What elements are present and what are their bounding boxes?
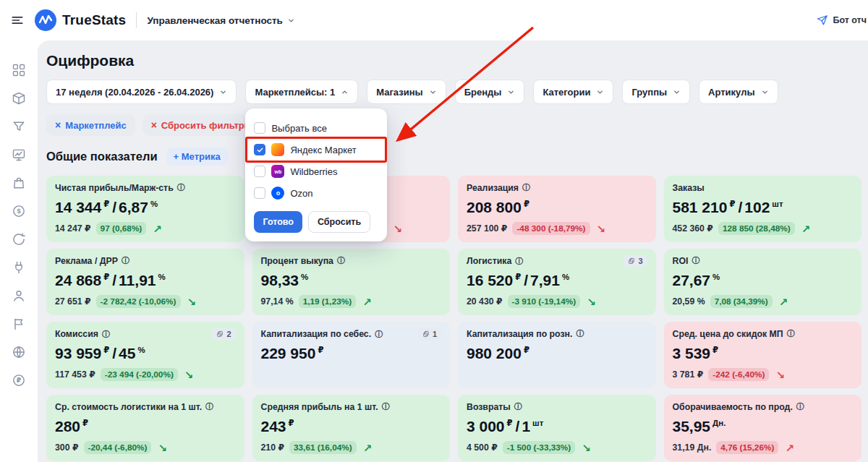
chevron-down-icon xyxy=(287,17,295,25)
trend-up-icon: ↗ xyxy=(153,223,162,234)
info-icon[interactable]: ⓘ xyxy=(122,257,129,265)
value-unit: ₽ xyxy=(82,419,88,428)
select-all-option[interactable]: Выбрать все xyxy=(254,117,378,139)
metric-card[interactable]: Средняя прибыль на 1 шт.ⓘ243₽210 ₽33,61 … xyxy=(252,395,451,461)
info-icon[interactable]: ⓘ xyxy=(787,330,795,338)
info-icon[interactable]: ⓘ xyxy=(177,184,185,192)
previous-value: 20 430 ₽ xyxy=(467,296,503,307)
dollar-circle-icon[interactable]: $ xyxy=(11,203,27,219)
info-icon[interactable]: ⓘ xyxy=(337,257,345,265)
checkbox-icon[interactable] xyxy=(254,166,265,177)
metric-card[interactable]: Заказы581 210₽/102шт452 360 ₽128 850 (28… xyxy=(664,176,862,242)
metric-card[interactable]: Реклама / ДРРⓘ24 868₽/11,91%27 651 ₽-2 7… xyxy=(46,249,244,315)
checkbox-checked-icon[interactable] xyxy=(254,144,265,155)
metric-compare: 117 453 ₽-23 494 (-20,00%)↘ xyxy=(55,367,236,382)
metric-card[interactable]: Процент выкупаⓘ98,33%97,14 %1,19 (1,23%)… xyxy=(252,249,451,315)
bot-report-button[interactable]: Бот отч xyxy=(809,9,868,31)
chevron-down-icon xyxy=(673,88,681,96)
grid-icon[interactable] xyxy=(11,62,27,78)
close-icon[interactable]: × xyxy=(151,120,157,130)
info-icon[interactable]: ⓘ xyxy=(576,330,584,338)
add-metric-button[interactable]: + Метрика xyxy=(166,147,228,166)
metric-compare: 14 247 ₽97 (0,68%)↗ xyxy=(55,221,236,236)
report-type-selector[interactable]: Управленческая отчетность xyxy=(147,15,294,26)
box-icon[interactable] xyxy=(11,90,27,106)
info-icon[interactable]: ⓘ xyxy=(515,257,523,265)
metric-card-header: Заказы xyxy=(673,182,854,193)
metrics-grid: Чистая прибыль/Марж-стьⓘ14 344₽/6,87%14 … xyxy=(46,176,861,461)
value-unit: ₽ xyxy=(524,200,529,209)
filter-articles[interactable]: Артикулы xyxy=(699,80,778,104)
metric-card[interactable]: Ср. стоимость логистики на 1 шт.ⓘ280₽300… xyxy=(46,395,244,461)
chip-marketplace[interactable]: × Маркетплейс xyxy=(46,114,135,136)
metric-value: 93 959₽/45% xyxy=(55,346,236,362)
metric-value: 16 520₽/7,91% xyxy=(467,273,647,288)
info-icon[interactable]: ⓘ xyxy=(102,330,110,338)
reset-button[interactable]: Сбросить xyxy=(308,211,370,233)
metric-card[interactable]: Логистикаⓘ316 520₽/7,91%20 430 ₽-3 910 (… xyxy=(458,249,656,315)
chevron-down-icon xyxy=(507,88,515,96)
marketplace-option[interactable]: wbWildberries xyxy=(254,161,378,182)
metric-value: 208 800₽ xyxy=(467,200,647,215)
metric-count-badge: 3 xyxy=(624,255,647,267)
chevron-down-icon xyxy=(429,88,437,96)
metric-card[interactable]: Капитализация по себес.ⓘ1229 950₽ xyxy=(252,322,451,388)
checkbox-icon[interactable] xyxy=(254,187,265,199)
metric-card[interactable]: Реализацияⓘ208 800₽257 100 ₽-48 300 (-18… xyxy=(458,176,656,242)
metric-card[interactable]: ROIⓘ27,67%20,59 %7,08 (34,39%)↗ xyxy=(664,249,862,315)
close-icon[interactable]: × xyxy=(55,120,61,130)
info-icon[interactable]: ⓘ xyxy=(205,403,213,411)
marketplace-option[interactable]: oOzon xyxy=(254,182,378,204)
bag-icon[interactable] xyxy=(11,175,27,191)
info-icon[interactable]: ⓘ xyxy=(692,257,699,265)
value-unit: ₽ xyxy=(712,346,718,355)
value-number: 27,67 xyxy=(673,273,711,288)
value-unit: шт xyxy=(532,419,543,428)
section-header: Общие показатели + Метрика xyxy=(46,147,861,166)
plug-icon[interactable] xyxy=(11,260,27,275)
ruble-circle-icon[interactable]: ₽ xyxy=(11,372,27,388)
filter-shops[interactable]: Магазины xyxy=(367,80,446,104)
filter-categories[interactable]: Категории xyxy=(533,80,613,104)
metric-count: 2 xyxy=(226,330,231,338)
globe-icon[interactable] xyxy=(11,344,27,360)
metric-card[interactable]: Возвратыⓘ3 000₽/1шт4 500 ₽-1 500 (-33,33… xyxy=(458,395,656,461)
chip-reset-filters[interactable]: × Сбросить фильтры xyxy=(142,114,261,136)
flag-icon[interactable] xyxy=(11,316,27,332)
metric-card[interactable]: Чистая прибыль/Марж-стьⓘ14 344₽/6,87%14 … xyxy=(46,176,244,242)
metric-card-header: ROIⓘ xyxy=(673,255,854,266)
done-button[interactable]: Готово xyxy=(254,211,302,233)
menu-icon[interactable] xyxy=(10,13,25,27)
week-filter[interactable]: 17 неделя (20.04.2026 - 26.04.2026) xyxy=(46,80,237,104)
paper-plane-icon xyxy=(817,14,828,26)
chart-icon[interactable] xyxy=(11,147,27,163)
filter-brands[interactable]: Бренды xyxy=(455,80,525,104)
truestats-logo-icon xyxy=(35,9,56,31)
previous-value: 3 781 ₽ xyxy=(673,369,704,380)
info-icon[interactable]: ⓘ xyxy=(382,403,390,411)
metric-card[interactable]: Оборачиваемость по прод.ⓘ35,95Дн.31,19 Д… xyxy=(664,395,862,461)
metric-card-header: Сред. цена до скидок МПⓘ xyxy=(673,328,854,339)
previous-value: 4 500 ₽ xyxy=(467,442,498,453)
metric-card[interactable]: Капитализация по розн.ⓘ980 200₽ xyxy=(458,322,656,388)
info-icon[interactable]: ⓘ xyxy=(522,184,530,192)
info-icon[interactable]: ⓘ xyxy=(514,403,522,411)
metric-card[interactable]: Комиссияⓘ293 959₽/45%117 453 ₽-23 494 (-… xyxy=(46,322,244,388)
metric-card[interactable]: Сред. цена до скидок МПⓘ3 539₽3 781 ₽-24… xyxy=(664,322,862,388)
filter-label: Артикулы xyxy=(708,87,754,98)
metric-value: 280₽ xyxy=(55,419,236,435)
marketplace-option[interactable]: Яндекс Маркет xyxy=(254,139,378,161)
filter-groups[interactable]: Группы xyxy=(622,80,690,104)
change-badge: 128 850 (28,48%) xyxy=(718,222,795,235)
info-icon[interactable]: ⓘ xyxy=(796,403,804,411)
filter-marketplaces[interactable]: Маркетплейсы: 1 xyxy=(245,80,358,104)
info-icon[interactable]: ⓘ xyxy=(375,330,383,338)
metric-title: Чистая прибыль/Марж-сть xyxy=(55,183,174,193)
filter-icon[interactable] xyxy=(11,119,27,134)
user-icon[interactable] xyxy=(11,288,27,304)
checkbox-icon[interactable] xyxy=(254,122,265,134)
sync-icon[interactable] xyxy=(11,231,27,247)
metric-compare xyxy=(261,367,442,382)
chip-label: Маркетплейс xyxy=(65,120,126,131)
metric-value: 35,95Дн. xyxy=(673,419,854,435)
